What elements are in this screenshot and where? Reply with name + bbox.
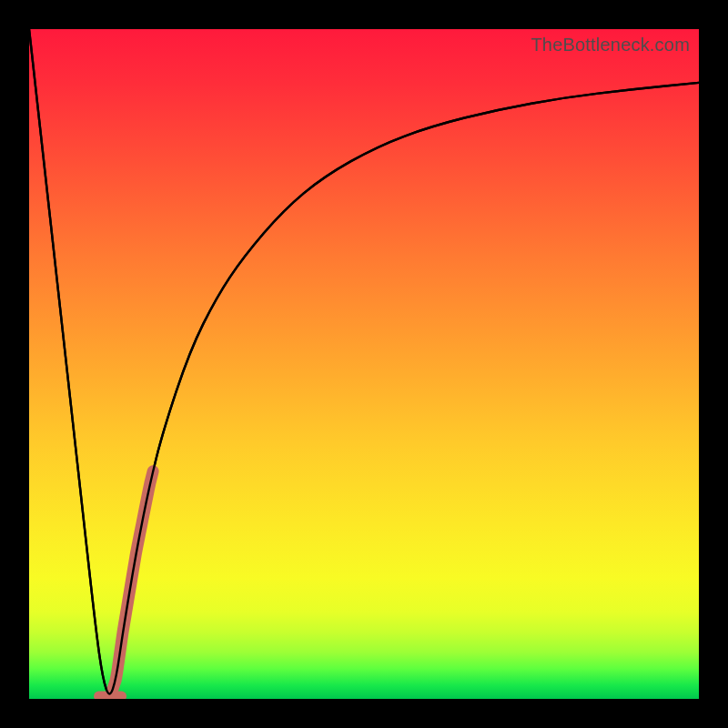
- chart-frame: TheBottleneck.com: [0, 0, 728, 728]
- plot-area: TheBottleneck.com: [29, 29, 699, 699]
- bottleneck-curve: [29, 29, 699, 699]
